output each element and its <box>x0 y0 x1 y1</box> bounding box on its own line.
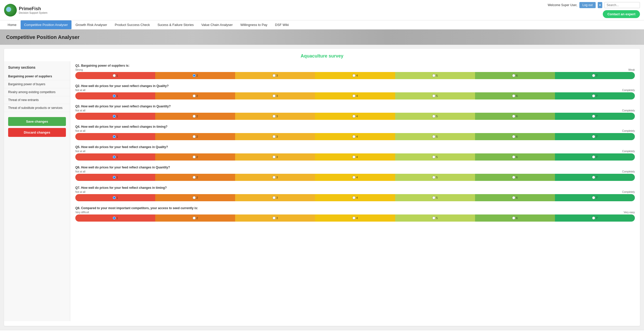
scale-option-q1-4[interactable]: 4 <box>315 72 395 79</box>
scale-bar-q6: 1 2 3 4 5 6 7 <box>75 174 635 181</box>
scale-option-q1-6[interactable]: 6 <box>475 72 555 79</box>
scale-option-q4-6[interactable]: 6 <box>475 133 555 140</box>
question-block-q7: Q7. How well do prices for your feed ref… <box>75 186 635 201</box>
sidebar-item-3[interactable]: Threat of new entrants <box>4 96 70 104</box>
scale-option-q4-1[interactable]: 1 <box>75 133 155 140</box>
scale-option-q5-5[interactable]: 5 <box>395 153 475 161</box>
question-block-q3: Q3. How well do prices for your seed ref… <box>75 105 635 120</box>
survey-questions: Q1. Bargaining power of suppliers is: St… <box>70 61 640 321</box>
discard-button[interactable]: Discard changes <box>8 128 66 137</box>
scale-option-q3-1[interactable]: 1 <box>75 113 155 120</box>
nav-item-growth[interactable]: Growth Risk Analyser <box>72 20 111 29</box>
scale-option-q4-3[interactable]: 3 <box>235 133 315 140</box>
logo-area: PrimeFish Decision Support System <box>4 4 47 17</box>
scale-option-q6-7[interactable]: 7 <box>555 174 635 181</box>
scale-option-q2-2[interactable]: 2 <box>155 92 235 99</box>
scale-option-q6-6[interactable]: 6 <box>475 174 555 181</box>
scale-option-q5-4[interactable]: 4 <box>315 153 395 161</box>
question-block-q1: Q1. Bargaining power of suppliers is: St… <box>75 64 635 79</box>
scale-option-q8-3[interactable]: 3 <box>235 214 315 222</box>
scale-option-q6-5[interactable]: 5 <box>395 174 475 181</box>
scale-option-q2-4[interactable]: 4 <box>315 92 395 99</box>
scale-option-q6-4[interactable]: 4 <box>315 174 395 181</box>
header-top-row: Welcome Super User, Log out ▾ <box>548 2 640 8</box>
scale-option-q8-4[interactable]: 4 <box>315 214 395 222</box>
scale-option-q7-6[interactable]: 6 <box>475 194 555 201</box>
question-text-q1: Q1. Bargaining power of suppliers is: <box>75 64 635 67</box>
scale-option-q3-5[interactable]: 5 <box>395 113 475 120</box>
page-title-bg <box>0 30 644 45</box>
scale-option-q7-1[interactable]: 1 <box>75 194 155 201</box>
scale-option-q8-1[interactable]: 1 <box>75 214 155 222</box>
question-text-q3: Q3. How well do prices for your seed ref… <box>75 105 635 108</box>
scale-option-q1-7[interactable]: 7 <box>555 72 635 79</box>
sidebar-item-1[interactable]: Bargaining power of buyers <box>4 80 70 88</box>
scale-option-q5-7[interactable]: 7 <box>555 153 635 161</box>
logout-dropdown-button[interactable]: ▾ <box>598 2 602 8</box>
scale-option-q4-7[interactable]: 7 <box>555 133 635 140</box>
scale-option-q2-3[interactable]: 3 <box>235 92 315 99</box>
scale-option-q3-7[interactable]: 7 <box>555 113 635 120</box>
scale-labels-q5: Not at all Completely <box>75 150 635 153</box>
scale-option-q7-2[interactable]: 2 <box>155 194 235 201</box>
scale-option-q2-6[interactable]: 6 <box>475 92 555 99</box>
scale-option-q8-6[interactable]: 6 <box>475 214 555 222</box>
scale-option-q3-2[interactable]: 2 <box>155 113 235 120</box>
scale-option-q5-1[interactable]: 1 <box>75 153 155 161</box>
scale-option-q5-2[interactable]: 2 <box>155 153 235 161</box>
nav-item-value[interactable]: Value Chain Analyser <box>198 20 236 29</box>
scale-option-q5-6[interactable]: 6 <box>475 153 555 161</box>
header: PrimeFish Decision Support System Welcom… <box>0 0 644 20</box>
scale-option-q6-1[interactable]: 1 <box>75 174 155 181</box>
scale-option-q5-3[interactable]: 3 <box>235 153 315 161</box>
sidebar-title: Survey sections <box>4 65 70 73</box>
scale-right-q1: Weak <box>628 68 635 71</box>
logo-subtitle: Decision Support System <box>19 11 47 14</box>
logout-button[interactable]: Log out <box>579 2 596 8</box>
nav-item-product[interactable]: Product Success Check <box>111 20 153 29</box>
nav-item-willingness[interactable]: Willingness to Pay <box>237 20 271 29</box>
scale-option-q3-4[interactable]: 4 <box>315 113 395 120</box>
scale-option-q3-3[interactable]: 3 <box>235 113 315 120</box>
nav-item-sucess[interactable]: Sucess & Failure Stories <box>154 20 197 29</box>
scale-labels-q6: Not at all Completely <box>75 170 635 173</box>
scale-option-q4-2[interactable]: 2 <box>155 133 235 140</box>
scale-option-q2-5[interactable]: 5 <box>395 92 475 99</box>
nav-bar: Home Competitive Position Analyser Growt… <box>0 20 644 30</box>
scale-labels-q2: Not at all Completely <box>75 89 635 92</box>
scale-option-q6-3[interactable]: 3 <box>235 174 315 181</box>
scale-option-q4-4[interactable]: 4 <box>315 133 395 140</box>
scale-option-q7-3[interactable]: 3 <box>235 194 315 201</box>
scale-option-q8-7[interactable]: 7 <box>555 214 635 222</box>
scale-left-q3: Not at all <box>75 109 85 112</box>
save-button[interactable]: Save changes <box>8 117 66 126</box>
scale-option-q2-7[interactable]: 7 <box>555 92 635 99</box>
scale-option-q7-5[interactable]: 5 <box>395 194 475 201</box>
scale-right-q6: Completely <box>622 170 635 173</box>
scale-option-q1-2[interactable]: 2 <box>155 72 235 79</box>
scale-left-q2: Not at all <box>75 89 85 92</box>
sidebar-item-4[interactable]: Threat of substitute products or service… <box>4 104 70 112</box>
nav-item-competitive[interactable]: Competitive Position Analyser <box>21 20 71 29</box>
scale-option-q7-4[interactable]: 4 <box>315 194 395 201</box>
nav-item-home[interactable]: Home <box>4 20 20 29</box>
scale-option-q6-2[interactable]: 2 <box>155 174 235 181</box>
scale-option-q1-3[interactable]: 3 <box>235 72 315 79</box>
scale-option-q1-1[interactable]: 1 <box>75 72 155 79</box>
scale-option-q7-7[interactable]: 7 <box>555 194 635 201</box>
search-input[interactable] <box>604 2 640 8</box>
nav-item-dsf[interactable]: DSF Wiki <box>271 20 292 29</box>
scale-option-q3-6[interactable]: 6 <box>475 113 555 120</box>
scale-option-q8-5[interactable]: 5 <box>395 214 475 222</box>
scale-option-q8-2[interactable]: 2 <box>155 214 235 222</box>
scale-option-q4-5[interactable]: 5 <box>395 133 475 140</box>
sidebar-item-2[interactable]: Rivalry among existing competitors <box>4 88 70 96</box>
sidebar-item-0[interactable]: Bargaining power of suppliers <box>4 73 70 80</box>
welcome-text: Welcome Super User, <box>548 3 577 7</box>
scale-option-q2-1[interactable]: 1 <box>75 92 155 99</box>
scale-bar-q3: 1 2 3 4 5 6 7 <box>75 113 635 120</box>
contact-expert-button[interactable]: Contact an expert <box>603 10 640 18</box>
question-text-q4: Q4. How well do prices for your seed ref… <box>75 125 635 128</box>
scale-option-q1-5[interactable]: 5 <box>395 72 475 79</box>
question-text-q5: Q5. How well do prices for your feed ref… <box>75 145 635 149</box>
